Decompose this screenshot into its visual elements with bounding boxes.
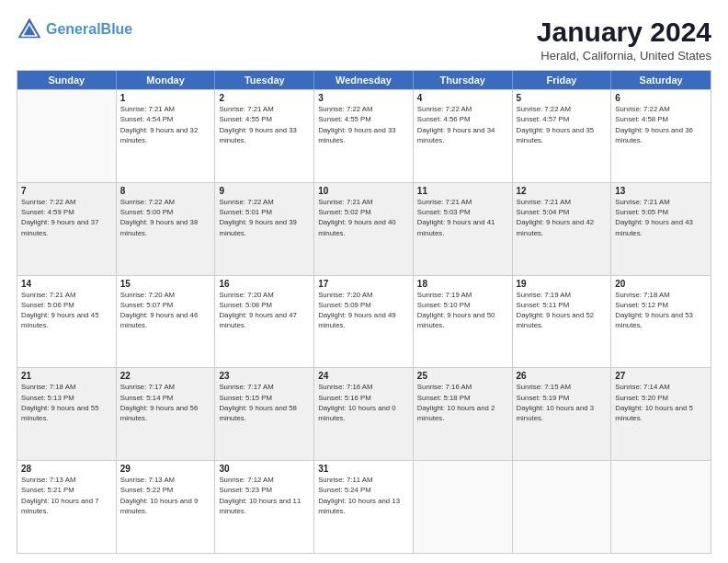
calendar-header-thursday: Thursday: [414, 71, 513, 89]
day-info: Sunrise: 7:21 AM Sunset: 5:05 PM Dayligh…: [615, 197, 707, 238]
day-number: 12: [517, 186, 608, 196]
calendar-header-tuesday: Tuesday: [215, 71, 314, 89]
calendar-cell-2-3: 9Sunrise: 7:22 AM Sunset: 5:01 PM Daylig…: [215, 183, 314, 275]
day-info: Sunrise: 7:20 AM Sunset: 5:07 PM Dayligh…: [120, 290, 211, 331]
calendar-week-1: 1Sunrise: 7:21 AM Sunset: 4:54 PM Daylig…: [17, 89, 711, 182]
calendar-header-friday: Friday: [513, 71, 612, 89]
calendar-cell-4-6: 26Sunrise: 7:15 AM Sunset: 5:19 PM Dayli…: [513, 368, 612, 460]
day-number: 1: [120, 93, 211, 103]
day-info: Sunrise: 7:21 AM Sunset: 5:06 PM Dayligh…: [21, 290, 112, 331]
day-info: Sunrise: 7:22 AM Sunset: 5:00 PM Dayligh…: [120, 197, 211, 238]
calendar-cell-3-6: 19Sunrise: 7:19 AM Sunset: 5:11 PM Dayli…: [513, 276, 612, 368]
calendar-cell-1-5: 4Sunrise: 7:22 AM Sunset: 4:56 PM Daylig…: [414, 90, 513, 182]
calendar-cell-4-5: 25Sunrise: 7:16 AM Sunset: 5:18 PM Dayli…: [414, 368, 513, 460]
title-block: January 2024 Herald, California, United …: [537, 17, 711, 63]
calendar-cell-5-2: 29Sunrise: 7:13 AM Sunset: 5:22 PM Dayli…: [117, 461, 216, 553]
day-number: 26: [517, 371, 608, 381]
calendar-cell-4-7: 27Sunrise: 7:14 AM Sunset: 5:20 PM Dayli…: [611, 368, 711, 460]
day-info: Sunrise: 7:19 AM Sunset: 5:10 PM Dayligh…: [417, 290, 508, 331]
day-number: 30: [219, 464, 310, 474]
calendar-week-4: 21Sunrise: 7:18 AM Sunset: 5:13 PM Dayli…: [17, 367, 711, 460]
day-number: 5: [517, 93, 608, 103]
calendar-cell-4-3: 23Sunrise: 7:17 AM Sunset: 5:15 PM Dayli…: [215, 368, 314, 460]
day-number: 2: [219, 93, 310, 103]
calendar-cell-4-4: 24Sunrise: 7:16 AM Sunset: 5:16 PM Dayli…: [314, 368, 414, 460]
day-info: Sunrise: 7:14 AM Sunset: 5:20 PM Dayligh…: [615, 382, 707, 423]
header: GeneralBlue January 2024 Herald, Califor…: [17, 17, 711, 63]
day-info: Sunrise: 7:20 AM Sunset: 5:09 PM Dayligh…: [318, 290, 409, 331]
main-title: January 2024: [537, 17, 711, 47]
day-info: Sunrise: 7:16 AM Sunset: 5:16 PM Dayligh…: [318, 382, 409, 423]
logo-line2: Blue: [101, 21, 133, 37]
calendar-cell-3-3: 16Sunrise: 7:20 AM Sunset: 5:08 PM Dayli…: [215, 276, 314, 368]
calendar-cell-2-1: 7Sunrise: 7:22 AM Sunset: 4:59 PM Daylig…: [17, 183, 117, 275]
calendar-cell-2-2: 8Sunrise: 7:22 AM Sunset: 5:00 PM Daylig…: [117, 183, 216, 275]
day-number: 22: [120, 371, 211, 381]
calendar-header-row: SundayMondayTuesdayWednesdayThursdayFrid…: [17, 71, 711, 89]
day-number: 15: [120, 279, 211, 289]
day-number: 10: [318, 186, 409, 196]
day-info: Sunrise: 7:17 AM Sunset: 5:15 PM Dayligh…: [219, 382, 310, 423]
calendar-cell-1-1: [17, 90, 117, 182]
day-number: 13: [615, 186, 707, 196]
day-info: Sunrise: 7:16 AM Sunset: 5:18 PM Dayligh…: [417, 382, 508, 423]
calendar-cell-2-6: 12Sunrise: 7:21 AM Sunset: 5:04 PM Dayli…: [513, 183, 612, 275]
day-number: 29: [120, 464, 211, 474]
calendar-cell-3-2: 15Sunrise: 7:20 AM Sunset: 5:07 PM Dayli…: [117, 276, 216, 368]
calendar-cell-5-6: [513, 461, 612, 553]
logo-icon: [17, 17, 42, 42]
logo-text: GeneralBlue: [46, 20, 132, 38]
day-number: 6: [615, 93, 707, 103]
day-number: 31: [318, 464, 409, 474]
calendar-cell-3-7: 20Sunrise: 7:18 AM Sunset: 5:12 PM Dayli…: [611, 276, 711, 368]
day-info: Sunrise: 7:22 AM Sunset: 4:56 PM Dayligh…: [417, 104, 508, 145]
day-info: Sunrise: 7:19 AM Sunset: 5:11 PM Dayligh…: [517, 290, 608, 331]
calendar-cell-1-2: 1Sunrise: 7:21 AM Sunset: 4:54 PM Daylig…: [117, 90, 216, 182]
day-number: 4: [417, 93, 508, 103]
calendar-cell-1-7: 6Sunrise: 7:22 AM Sunset: 4:58 PM Daylig…: [611, 90, 711, 182]
day-info: Sunrise: 7:22 AM Sunset: 5:01 PM Dayligh…: [219, 197, 310, 238]
day-info: Sunrise: 7:13 AM Sunset: 5:22 PM Dayligh…: [120, 475, 211, 516]
logo-line1: General: [46, 21, 101, 37]
calendar-cell-1-6: 5Sunrise: 7:22 AM Sunset: 4:57 PM Daylig…: [513, 90, 612, 182]
subtitle: Herald, California, United States: [537, 49, 711, 63]
calendar-header-wednesday: Wednesday: [314, 71, 414, 89]
day-info: Sunrise: 7:11 AM Sunset: 5:24 PM Dayligh…: [318, 475, 409, 516]
calendar-cell-2-4: 10Sunrise: 7:21 AM Sunset: 5:02 PM Dayli…: [314, 183, 414, 275]
day-number: 19: [517, 279, 608, 289]
day-info: Sunrise: 7:21 AM Sunset: 4:55 PM Dayligh…: [219, 104, 310, 145]
day-number: 18: [417, 279, 508, 289]
day-info: Sunrise: 7:21 AM Sunset: 5:02 PM Dayligh…: [318, 197, 409, 238]
day-info: Sunrise: 7:22 AM Sunset: 4:58 PM Dayligh…: [615, 104, 707, 145]
day-info: Sunrise: 7:22 AM Sunset: 4:55 PM Dayligh…: [318, 104, 409, 145]
calendar-header-monday: Monday: [117, 71, 216, 89]
day-info: Sunrise: 7:21 AM Sunset: 5:04 PM Dayligh…: [517, 197, 608, 238]
day-info: Sunrise: 7:20 AM Sunset: 5:08 PM Dayligh…: [219, 290, 310, 331]
day-number: 16: [219, 279, 310, 289]
calendar-cell-4-2: 22Sunrise: 7:17 AM Sunset: 5:14 PM Dayli…: [117, 368, 216, 460]
day-number: 27: [615, 371, 707, 381]
day-number: 28: [21, 464, 112, 474]
logo: GeneralBlue: [17, 17, 132, 42]
day-info: Sunrise: 7:21 AM Sunset: 5:03 PM Dayligh…: [417, 197, 508, 238]
page: GeneralBlue January 2024 Herald, Califor…: [0, 0, 728, 563]
day-number: 25: [417, 371, 508, 381]
day-number: 23: [219, 371, 310, 381]
calendar-cell-2-5: 11Sunrise: 7:21 AM Sunset: 5:03 PM Dayli…: [414, 183, 513, 275]
day-info: Sunrise: 7:17 AM Sunset: 5:14 PM Dayligh…: [120, 382, 211, 423]
day-info: Sunrise: 7:21 AM Sunset: 4:54 PM Dayligh…: [120, 104, 211, 145]
day-number: 8: [120, 186, 211, 196]
calendar-cell-2-7: 13Sunrise: 7:21 AM Sunset: 5:05 PM Dayli…: [611, 183, 711, 275]
day-info: Sunrise: 7:15 AM Sunset: 5:19 PM Dayligh…: [517, 382, 608, 423]
day-number: 9: [219, 186, 310, 196]
day-number: 17: [318, 279, 409, 289]
calendar-cell-1-3: 2Sunrise: 7:21 AM Sunset: 4:55 PM Daylig…: [215, 90, 314, 182]
day-number: 14: [21, 279, 112, 289]
calendar-cell-5-7: [611, 461, 711, 553]
day-number: 11: [417, 186, 508, 196]
day-info: Sunrise: 7:18 AM Sunset: 5:13 PM Dayligh…: [21, 382, 112, 423]
calendar-cell-5-5: [414, 461, 513, 553]
day-number: 21: [21, 371, 112, 381]
day-number: 7: [21, 186, 112, 196]
day-info: Sunrise: 7:13 AM Sunset: 5:21 PM Dayligh…: [21, 475, 112, 516]
